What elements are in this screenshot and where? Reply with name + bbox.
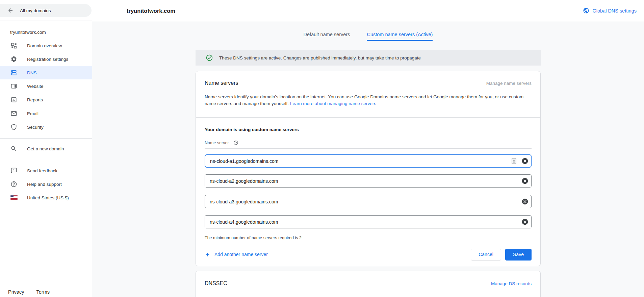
card-divider — [196, 117, 540, 118]
add-name-server-label: Add another name server — [214, 252, 268, 257]
custom-name-servers-heading: Your domain is using custom name servers — [205, 127, 299, 132]
terms-link[interactable]: Terms — [36, 289, 50, 295]
sidebar-item-label: Registration settings — [27, 57, 68, 62]
name-server-input-2[interactable] — [205, 174, 532, 188]
privacy-link[interactable]: Privacy — [8, 289, 24, 295]
sidebar-item-dns[interactable]: DNS — [0, 66, 92, 79]
banner-message: These DNS settings are active. Changes a… — [219, 55, 421, 60]
sidebar-item-label: United States (US $) — [27, 195, 69, 200]
nameserver-tabs: Default name servers Custom name servers… — [196, 32, 541, 41]
name-server-row — [205, 154, 532, 168]
name-server-row — [205, 174, 532, 188]
sidebar-item-get-new-domain[interactable]: Get a new domain — [0, 142, 92, 155]
website-icon — [10, 83, 17, 90]
tab-default-name-servers[interactable]: Default name servers — [304, 32, 350, 41]
sidebar-divider — [0, 21, 92, 21]
learn-more-link[interactable]: Learn more about managing name servers — [290, 101, 376, 106]
us-flag-icon — [10, 194, 17, 201]
name-server-input-4[interactable] — [205, 215, 532, 228]
help-icon[interactable] — [233, 140, 238, 145]
help-icon — [10, 181, 17, 188]
search-icon — [10, 145, 17, 152]
page-header: tryunitofwork.com Global DNS settings — [92, 0, 644, 22]
shield-icon — [10, 124, 17, 130]
global-dns-settings-label: Global DNS settings — [592, 8, 637, 14]
sidebar-item-label: Email — [27, 111, 38, 116]
plus-icon — [205, 252, 210, 257]
dnssec-title: DNSSEC — [205, 280, 227, 287]
dnssec-card: DNSSEC Manage DS records — [196, 271, 541, 297]
sidebar-item-label: Website — [27, 84, 44, 89]
manage-ds-records-link[interactable]: Manage DS records — [491, 281, 532, 286]
tab-custom-name-servers[interactable]: Custom name servers (Active) — [367, 32, 433, 41]
sidebar-item-help-support[interactable]: Help and support — [0, 177, 92, 191]
sidebar-item-country-currency[interactable]: United States (US $) — [0, 191, 92, 204]
name-server-row — [205, 195, 532, 208]
clear-name-server-button[interactable] — [521, 218, 529, 225]
page-title: tryunitofwork.com — [127, 8, 175, 14]
arrow-back-icon — [7, 7, 14, 14]
content-area: Default name servers Custom name servers… — [92, 22, 644, 297]
sidebar-item-send-feedback[interactable]: Send feedback — [0, 164, 92, 177]
sidebar-divider — [0, 160, 92, 160]
sidebar-item-label: Send feedback — [27, 168, 57, 173]
clear-name-server-button[interactable] — [521, 157, 529, 165]
save-button[interactable]: Save — [505, 249, 532, 261]
name-server-row — [205, 215, 532, 228]
name-servers-description: Name servers identify your domain's loca… — [205, 94, 532, 107]
legal-links: Privacy Terms — [8, 289, 50, 295]
sidebar-item-registration-settings[interactable]: Registration settings — [0, 52, 92, 66]
sidebar-item-label: Help and support — [27, 182, 62, 187]
gear-icon — [10, 56, 17, 63]
sidebar-divider — [0, 138, 92, 139]
column-divider — [205, 148, 532, 149]
sidebar-domain-label: tryunitofwork.com — [10, 30, 46, 35]
name-servers-title: Name servers — [205, 80, 238, 86]
name-server-input-3[interactable] — [205, 195, 532, 208]
sidebar-item-website[interactable]: Website — [0, 79, 92, 93]
sidebar: All my domains tryunitofwork.com Domain … — [0, 0, 92, 297]
clear-name-server-button[interactable] — [521, 198, 529, 205]
dns-active-banner: These DNS settings are active. Changes a… — [196, 50, 541, 66]
name-servers-card: Name servers Manage name servers Name se… — [196, 71, 541, 266]
sidebar-item-security[interactable]: Security — [0, 120, 92, 134]
sidebar-item-email[interactable]: Email — [0, 107, 92, 120]
sidebar-item-domain-overview[interactable]: Domain overview — [0, 39, 92, 52]
sidebar-item-label: Security — [27, 125, 44, 130]
autofill-icon — [512, 158, 516, 164]
feedback-icon — [10, 167, 17, 174]
globe-icon — [583, 7, 589, 14]
dns-icon — [10, 69, 17, 76]
main-area: tryunitofwork.com Global DNS settings De… — [92, 0, 644, 297]
sidebar-item-reports[interactable]: Reports — [0, 93, 92, 106]
sidebar-item-label: Get a new domain — [27, 146, 64, 151]
domain-overview-icon — [10, 42, 17, 49]
all-my-domains-label: All my domains — [20, 8, 51, 13]
name-server-input-1[interactable] — [205, 154, 532, 168]
cancel-button[interactable]: Cancel — [471, 249, 501, 261]
bar-chart-icon — [10, 96, 17, 103]
check-circle-icon — [206, 54, 213, 61]
manage-name-servers-label: Manage name servers — [486, 81, 532, 86]
sidebar-item-label: Domain overview — [27, 43, 62, 48]
sidebar-item-label: Reports — [27, 97, 43, 102]
global-dns-settings-button[interactable]: Global DNS settings — [583, 7, 637, 14]
all-my-domains-button[interactable]: All my domains — [0, 4, 92, 17]
envelope-icon — [10, 110, 17, 117]
clear-name-server-button[interactable] — [521, 177, 529, 184]
minimum-name-servers-note: The minimum number of name servers requi… — [205, 236, 302, 240]
name-server-column-label: Name server — [205, 140, 238, 145]
add-name-server-button[interactable]: Add another name server — [205, 252, 268, 257]
sidebar-item-label: DNS — [27, 70, 37, 75]
